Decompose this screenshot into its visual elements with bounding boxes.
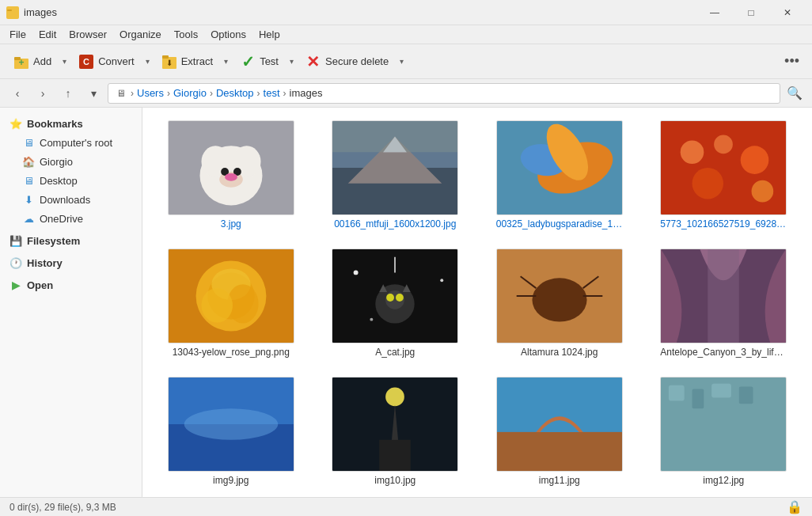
file-name: 5773_102166527519_692837519_204... bbox=[660, 218, 787, 230]
file-item[interactable]: Altamura 1024.jpg bbox=[480, 245, 639, 361]
test-button[interactable]: ✓ Test bbox=[233, 47, 285, 76]
app-icon bbox=[6, 6, 19, 19]
file-name: img10.jpg bbox=[374, 475, 415, 486]
svg-rect-72 bbox=[739, 387, 753, 404]
svg-text:⬇: ⬇ bbox=[166, 59, 173, 67]
window-title: images bbox=[24, 6, 57, 18]
svg-rect-71 bbox=[711, 384, 731, 398]
title-bar-left: images bbox=[6, 6, 57, 19]
back-button[interactable]: ‹ bbox=[6, 82, 28, 104]
sidebar-downloads[interactable]: ⬇ Downloads bbox=[0, 190, 142, 209]
extract-dropdown[interactable]: ▾ bbox=[221, 47, 231, 76]
file-item[interactable]: 00325_ladybugsparadise_1600x12... bbox=[480, 117, 639, 233]
svg-text:C: C bbox=[83, 57, 89, 66]
add-button[interactable]: + Add bbox=[6, 47, 58, 76]
svg-rect-70 bbox=[692, 389, 704, 409]
status-bar: 0 dir(s), 29 file(s), 9,3 MB 🔒 bbox=[0, 497, 812, 516]
path-desktop[interactable]: Desktop bbox=[216, 87, 254, 99]
sidebar-giorgio[interactable]: 🏠 Giorgio bbox=[0, 152, 142, 171]
home-icon: 🏠 bbox=[22, 155, 35, 168]
file-item[interactable]: 5773_102166527519_692837519_204... bbox=[645, 117, 803, 233]
giorgio-label: Giorgio bbox=[40, 156, 73, 168]
svg-point-61 bbox=[184, 408, 279, 440]
file-thumbnail bbox=[496, 249, 623, 343]
file-name: img9.jpg bbox=[213, 475, 249, 486]
file-thumbnail bbox=[660, 249, 787, 343]
file-item[interactable]: 3.jpg bbox=[152, 117, 310, 233]
file-item[interactable]: img10.jpg bbox=[317, 374, 475, 489]
svg-point-51 bbox=[532, 278, 586, 321]
extract-button[interactable]: ⬇ Extract bbox=[154, 47, 219, 76]
path-users[interactable]: Users bbox=[137, 87, 164, 99]
extract-icon: ⬇ bbox=[161, 53, 178, 70]
convert-button[interactable]: C Convert bbox=[71, 47, 141, 76]
file-item[interactable]: 13043-yelow_rose_png.png bbox=[152, 245, 310, 361]
sidebar-filesystem[interactable]: 💾 Filesystem bbox=[0, 231, 142, 250]
svg-point-43 bbox=[396, 294, 404, 302]
svg-rect-65 bbox=[380, 440, 412, 472]
up-button[interactable]: ↑ bbox=[57, 82, 79, 104]
toolbar-more[interactable]: ••• bbox=[778, 53, 806, 70]
menu-item-help[interactable]: Help bbox=[252, 27, 286, 42]
menu-item-edit[interactable]: Edit bbox=[32, 27, 63, 42]
sidebar-desktop[interactable]: 🖥 Desktop bbox=[0, 171, 142, 190]
svg-rect-69 bbox=[669, 385, 685, 401]
file-thumbnail bbox=[496, 377, 623, 472]
file-name: A_cat.jpg bbox=[375, 347, 415, 358]
path-images: images bbox=[290, 87, 323, 99]
menu-bar: FileEditBrowserOrganizeToolsOptionsHelp bbox=[0, 25, 812, 44]
extract-label: Extract bbox=[181, 55, 213, 67]
menu-item-organize[interactable]: Organize bbox=[113, 27, 168, 42]
file-item[interactable]: A_cat.jpg bbox=[317, 245, 475, 361]
add-dropdown[interactable]: ▾ bbox=[59, 47, 70, 76]
path-test[interactable]: test bbox=[264, 87, 280, 99]
convert-dropdown[interactable]: ▾ bbox=[142, 47, 153, 76]
sidebar-bookmarks[interactable]: ⭐ Bookmarks bbox=[0, 114, 142, 133]
secure-delete-button[interactable]: ✕ Secure delete bbox=[298, 47, 395, 76]
address-path[interactable]: 🖥 › Users › Giorgio › Desktop › test › i… bbox=[108, 83, 780, 104]
pc-icon: 🖥 bbox=[116, 88, 126, 99]
test-dropdown[interactable]: ▾ bbox=[286, 47, 297, 76]
filesystem-section: 💾 Filesystem bbox=[0, 231, 142, 250]
sidebar-onedrive[interactable]: ☁ OneDrive bbox=[0, 209, 142, 228]
sidebar-computer-root[interactable]: 🖥 Computer's root bbox=[0, 133, 142, 152]
download-icon: ⬇ bbox=[22, 193, 35, 206]
svg-rect-1 bbox=[7, 9, 12, 11]
search-button[interactable]: 🔍 bbox=[784, 82, 806, 104]
file-item[interactable]: 00166_mtfuji_1600x1200.jpg bbox=[317, 117, 475, 233]
path-giorgio[interactable]: Giorgio bbox=[173, 87, 207, 99]
minimize-button[interactable]: — bbox=[696, 0, 733, 25]
secure-delete-dropdown[interactable]: ▾ bbox=[397, 47, 407, 76]
convert-icon: C bbox=[78, 53, 95, 70]
forward-button[interactable]: › bbox=[32, 82, 54, 104]
sidebar-open[interactable]: ▶ Open bbox=[0, 275, 142, 294]
desktop-label: Desktop bbox=[40, 175, 78, 187]
file-item[interactable]: Antelope_Canyon_3_by_lifebtb.jpg bbox=[645, 245, 803, 361]
svg-point-46 bbox=[354, 270, 359, 275]
svg-point-29 bbox=[714, 135, 733, 154]
close-button[interactable]: ✕ bbox=[769, 0, 806, 25]
menu-item-options[interactable]: Options bbox=[204, 27, 252, 42]
menu-item-browser[interactable]: Browser bbox=[63, 27, 113, 42]
file-item[interactable]: img12.jpg bbox=[645, 374, 803, 489]
svg-point-31 bbox=[692, 168, 724, 199]
computer-icon: 🖥 bbox=[22, 136, 35, 149]
file-thumbnail bbox=[660, 377, 787, 472]
maximize-button[interactable]: □ bbox=[733, 0, 769, 25]
add-icon: + bbox=[13, 53, 30, 70]
svg-point-63 bbox=[385, 388, 404, 407]
file-item[interactable]: img9.jpg bbox=[152, 374, 310, 489]
file-name: 00325_ladybugsparadise_1600x12... bbox=[496, 218, 623, 230]
open-icon: ▶ bbox=[9, 279, 22, 291]
sidebar-history[interactable]: 🕐 History bbox=[0, 253, 142, 272]
path-dropdown-button[interactable]: ▾ bbox=[82, 82, 104, 104]
file-name: img11.jpg bbox=[539, 475, 580, 486]
open-label: Open bbox=[27, 279, 53, 291]
history-section: 🕐 History bbox=[0, 253, 142, 272]
history-label: History bbox=[27, 257, 63, 269]
file-item[interactable]: img11.jpg bbox=[480, 374, 639, 489]
menu-item-tools[interactable]: Tools bbox=[168, 27, 204, 42]
lock-icon: 🔒 bbox=[787, 499, 803, 514]
menu-item-file[interactable]: File bbox=[3, 27, 32, 42]
file-name: img12.jpg bbox=[703, 475, 744, 486]
